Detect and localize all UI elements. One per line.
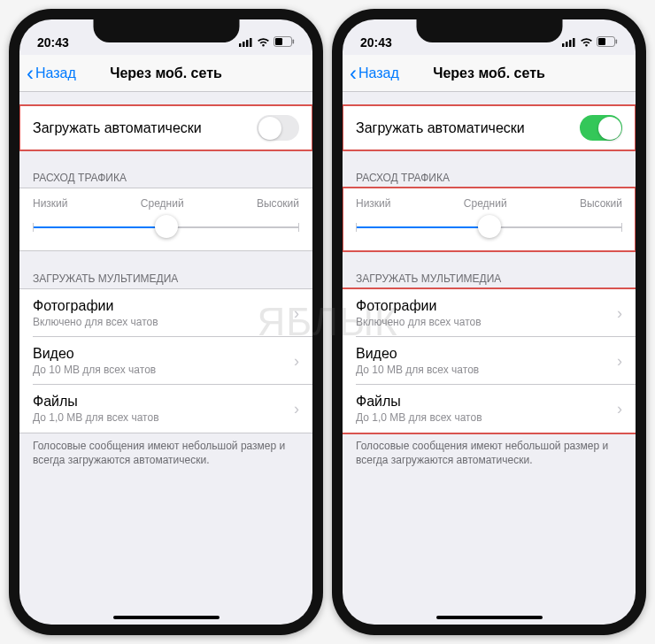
media-videos-title: Видео xyxy=(33,346,294,362)
back-button[interactable]: ‹ Назад xyxy=(19,63,76,84)
media-videos-sub: До 10 MB для всех чатов xyxy=(356,364,617,376)
nav-bar: ‹ Назад Через моб. сеть xyxy=(19,55,312,92)
svg-rect-12 xyxy=(598,38,605,45)
chevron-right-icon: › xyxy=(294,352,299,371)
auto-download-cell[interactable]: Загружать автоматически xyxy=(343,105,636,150)
auto-download-toggle[interactable] xyxy=(257,115,299,141)
media-header: ЗАГРУЖАТЬ МУЛЬТИМЕДИА xyxy=(343,269,636,288)
status-icons xyxy=(239,35,295,50)
svg-rect-5 xyxy=(275,38,282,45)
media-footer: Голосовые сообщения имеют небольшой разм… xyxy=(343,433,636,472)
back-label: Назад xyxy=(358,65,399,81)
phone-left: 20:43 ‹ Назад Чер xyxy=(9,9,323,635)
media-photos-title: Фотографии xyxy=(33,298,294,314)
svg-rect-2 xyxy=(246,40,249,47)
traffic-header: РАСХОД ТРАФИКА xyxy=(343,168,636,188)
back-button[interactable]: ‹ Назад xyxy=(343,63,399,84)
traffic-header: РАСХОД ТРАФИКА xyxy=(19,168,312,188)
svg-rect-3 xyxy=(250,38,252,47)
chevron-right-icon: › xyxy=(617,400,622,418)
home-indicator[interactable] xyxy=(436,616,543,619)
traffic-slider[interactable] xyxy=(356,218,622,236)
status-time: 20:43 xyxy=(360,35,392,50)
screen-left: 20:43 ‹ Назад Чер xyxy=(19,19,312,625)
phone-right: 20:43 ‹ Назад Чер xyxy=(332,9,646,635)
media-files-cell[interactable]: Файлы До 1,0 MB для всех чатов › xyxy=(19,385,312,433)
traffic-slider-cell: Низкий Средний Высокий xyxy=(343,188,636,251)
media-videos-cell[interactable]: Видео До 10 MB для всех чатов › xyxy=(19,337,312,385)
wifi-icon xyxy=(580,35,593,50)
svg-rect-10 xyxy=(573,38,575,47)
media-videos-sub: До 10 MB для всех чатов xyxy=(33,364,294,376)
media-photos-cell[interactable]: Фотографии Включено для всех чатов › xyxy=(19,289,312,337)
chevron-right-icon: › xyxy=(294,400,299,418)
media-photos-sub: Включено для всех чатов xyxy=(356,316,617,328)
media-files-cell[interactable]: Файлы До 1,0 MB для всех чатов › xyxy=(343,385,636,433)
auto-download-toggle[interactable] xyxy=(580,115,622,141)
signal-icon xyxy=(562,35,576,50)
home-indicator[interactable] xyxy=(113,616,220,619)
traffic-slider[interactable] xyxy=(33,218,299,236)
media-files-sub: До 1,0 MB для всех чатов xyxy=(356,411,617,424)
notch xyxy=(93,19,239,42)
traffic-high: Высокий xyxy=(580,197,622,210)
svg-rect-7 xyxy=(562,43,565,47)
screen-right: 20:43 ‹ Назад Чер xyxy=(343,19,636,625)
traffic-low: Низкий xyxy=(356,197,391,210)
media-photos-cell[interactable]: Фотографии Включено для всех чатов › xyxy=(343,289,636,337)
svg-rect-13 xyxy=(616,40,618,44)
notch xyxy=(416,19,562,42)
traffic-low: Низкий xyxy=(33,197,68,210)
signal-icon xyxy=(239,35,253,50)
media-files-title: Файлы xyxy=(356,394,617,410)
auto-download-label: Загружать автоматически xyxy=(356,120,525,136)
slider-thumb[interactable] xyxy=(155,215,178,238)
chevron-right-icon: › xyxy=(294,304,299,323)
wifi-icon xyxy=(257,35,270,50)
battery-icon xyxy=(274,35,295,50)
traffic-mid: Средний xyxy=(464,197,507,210)
media-photos-sub: Включено для всех чатов xyxy=(33,316,294,328)
chevron-left-icon: ‹ xyxy=(350,63,357,84)
slider-thumb[interactable] xyxy=(478,215,501,238)
auto-download-label: Загружать автоматически xyxy=(33,120,202,136)
battery-icon xyxy=(597,35,618,50)
svg-rect-1 xyxy=(243,42,245,47)
svg-rect-0 xyxy=(239,43,242,47)
svg-rect-9 xyxy=(569,40,572,47)
media-files-title: Файлы xyxy=(33,394,294,410)
traffic-slider-cell: Низкий Средний Высокий xyxy=(19,188,312,251)
chevron-left-icon: ‹ xyxy=(27,63,34,84)
media-videos-title: Видео xyxy=(356,346,617,362)
chevron-right-icon: › xyxy=(617,352,622,371)
back-label: Назад xyxy=(35,65,76,81)
nav-bar: ‹ Назад Через моб. сеть xyxy=(343,55,636,92)
media-footer: Голосовые сообщения имеют небольшой разм… xyxy=(19,433,312,472)
auto-download-cell[interactable]: Загружать автоматически xyxy=(19,105,312,150)
media-videos-cell[interactable]: Видео До 10 MB для всех чатов › xyxy=(343,337,636,385)
media-photos-title: Фотографии xyxy=(356,298,617,314)
status-icons xyxy=(562,35,618,50)
status-time: 20:43 xyxy=(37,35,69,50)
traffic-high: Высокий xyxy=(257,197,299,210)
svg-rect-6 xyxy=(293,40,295,44)
media-files-sub: До 1,0 MB для всех чатов xyxy=(33,411,294,424)
chevron-right-icon: › xyxy=(617,304,622,323)
svg-rect-8 xyxy=(566,42,568,47)
traffic-mid: Средний xyxy=(141,197,184,210)
media-header: ЗАГРУЖАТЬ МУЛЬТИМЕДИА xyxy=(19,269,312,288)
